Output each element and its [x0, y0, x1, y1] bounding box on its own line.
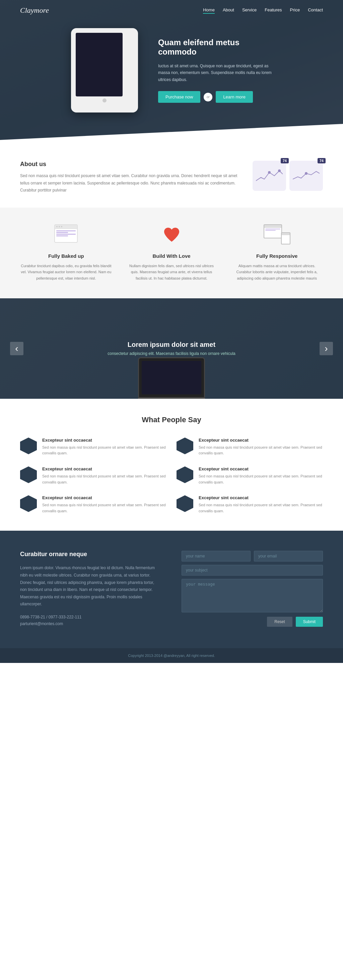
contact-info: Curabitur ornare neque Lorem ipsum dolor… [20, 551, 161, 628]
feature-baked: Fully Baked up Curabitur tincidunt dapib… [20, 224, 112, 282]
about-description: Sed non massa quis nisl tincidunt posuer… [20, 172, 239, 194]
testimonial-text: Excepteur sint occaecat Sed non massa qu… [199, 438, 323, 457]
list-item: Excepteur sint occaecat Sed non massa qu… [20, 438, 166, 457]
about-charts: 74 74 [252, 161, 323, 191]
nav-service[interactable]: Service [242, 7, 257, 14]
list-item: Excepteur sint occaecat Sed non massa qu… [177, 495, 323, 514]
nav-about[interactable]: About [223, 7, 234, 14]
testimonial-text: Excepteur sint occaecat Sed non massa qu… [42, 438, 166, 457]
nav-links: Home About Service Features Price Contac… [203, 7, 323, 14]
hero-title: Quam eleifend metus commodo [158, 38, 272, 57]
about-title: About us [20, 161, 239, 168]
showcase-prev-button[interactable]: ‹ [10, 342, 24, 355]
contact-form: Reset Submit [182, 551, 323, 628]
message-field[interactable] [182, 579, 323, 612]
testimonial-name: Excepteur sint occaecat [199, 495, 323, 500]
showcase-section: Lorem ipsum dolor sit amet consectetur a… [0, 298, 343, 399]
contact-title: Curabitur ornare neque [20, 551, 161, 558]
showcase-next-button[interactable]: › [319, 342, 333, 355]
responsive-icon-container [263, 224, 290, 248]
footer: Copyright 2013-2014 @andreyyan, All righ… [0, 648, 343, 663]
showcase-title: Lorem ipsum dolor sit amet [107, 341, 236, 348]
showcase-laptop [138, 357, 205, 399]
browser-dot-2 [59, 226, 60, 228]
avatar [20, 495, 37, 512]
desktop-line-2 [265, 230, 276, 231]
showcase-subtitle: consectetur adipiscing elit. Maecenas fa… [107, 351, 236, 356]
testimonial-body: Sed non massa quis nisl tincidunt posuer… [199, 473, 323, 485]
form-buttons: Reset Submit [182, 617, 323, 627]
list-item: Excepteur sint occaecat Sed non massa qu… [177, 438, 323, 457]
contact-phone: 0898-7738-21 / 0977-333-222-111 [20, 615, 161, 619]
browser-icon-container [53, 224, 80, 248]
feature-baked-text: Curabitur tincidunt dapibus odio, eu gra… [20, 263, 112, 282]
testimonial-text: Excepteur sint occaecat Sed non massa qu… [199, 495, 323, 514]
browser-line-3 [56, 234, 76, 235]
chart-box-1: 74 [252, 161, 286, 191]
logo: Claymore [20, 6, 49, 15]
chart-badge-2: 74 [317, 158, 325, 163]
avatar [177, 495, 193, 512]
nav-home[interactable]: Home [203, 7, 215, 14]
nav-features[interactable]: Features [265, 7, 282, 14]
testimonial-text: Excepteur sint occaecat Sed non massa qu… [42, 495, 166, 514]
heart-icon [160, 224, 183, 246]
feature-love-text: Nullam dignissim felis diam, sed ultrice… [126, 263, 218, 282]
testimonial-name: Excepteur sint occaecat [42, 466, 166, 471]
browser-line-4 [56, 235, 68, 236]
testimonial-name: Excepteur sint occaecat [199, 466, 323, 471]
list-item: Excepteur sint occaecat Sed non massa qu… [20, 495, 166, 514]
chart-svg-2 [293, 167, 319, 184]
nav-contact[interactable]: Contact [308, 7, 323, 14]
tablet-frame [71, 28, 138, 113]
subject-field[interactable] [182, 565, 323, 576]
tablet-screen [76, 33, 123, 96]
hero-text: Quam eleifend metus commodo Iuctus at si… [158, 38, 272, 103]
phone-2: 0977-333-222-111 [49, 615, 82, 619]
hero-tablet-illustration [71, 28, 138, 113]
hero-content: Quam eleifend metus commodo Iuctus at si… [0, 28, 343, 113]
name-field[interactable] [182, 551, 250, 562]
contact-email: parturient@montes.com [20, 621, 161, 626]
purchase-button[interactable]: Purchase now [158, 91, 200, 103]
phone-1: 0898-7738-21 [20, 615, 45, 619]
features-section: Fully Baked up Curabitur tincidunt dapib… [0, 208, 343, 298]
learn-more-button[interactable]: Learn more [216, 91, 252, 103]
feature-responsive: Fully Responsive Aliquam mattis massa at… [231, 224, 323, 282]
feature-love: Build With Love Nullam dignissim felis d… [126, 224, 218, 282]
showcase-content: Lorem ipsum dolor sit amet consectetur a… [107, 341, 236, 356]
testimonial-body: Sed non massa quis nisl tincidunt posuer… [199, 502, 323, 514]
tablet-small-header [282, 233, 290, 235]
features-grid: Fully Baked up Curabitur tincidunt dapib… [20, 224, 323, 282]
submit-button[interactable]: Submit [296, 617, 323, 627]
responsive-icon [263, 224, 290, 244]
browser-bar [55, 225, 77, 229]
browser-dot-1 [56, 226, 57, 228]
browser-dot-3 [61, 226, 62, 228]
email-field[interactable] [254, 551, 323, 562]
chart-svg-1 [256, 167, 283, 184]
avatar [20, 466, 37, 483]
or-divider: or [204, 93, 212, 102]
reset-button[interactable]: Reset [267, 617, 292, 627]
testimonial-body: Sed non massa quis nisl tincidunt posuer… [199, 445, 323, 457]
browser-line-1 [56, 230, 76, 231]
hero-description: Iuctus at sit amet urna. Quisque non aug… [158, 63, 272, 83]
laptop-frame [138, 357, 205, 399]
testimonial-name: Excepteur sint occaecat [199, 438, 323, 442]
navigation: Claymore Home About Service Features Pri… [0, 0, 343, 21]
contact-section: Curabitur ornare neque Lorem ipsum dolor… [0, 531, 343, 648]
nav-price[interactable]: Price [290, 7, 300, 14]
svg-point-2 [305, 172, 308, 175]
svg-point-1 [278, 169, 281, 172]
hero-buttons: Purchase now or Learn more [158, 91, 272, 103]
testimonial-name: Excepteur sint occaecat [42, 495, 166, 500]
testimonial-body: Sed non massa quis nisl tincidunt posuer… [42, 473, 166, 485]
browser-line-2 [56, 232, 68, 233]
feature-love-title: Build With Love [126, 253, 218, 259]
testimonials-grid: Excepteur sint occaecat Sed non massa qu… [20, 438, 323, 514]
testimonial-body: Sed non massa quis nisl tincidunt posuer… [42, 502, 166, 514]
avatar [20, 438, 37, 454]
heart-svg [163, 227, 181, 243]
desktop-content [264, 228, 281, 232]
